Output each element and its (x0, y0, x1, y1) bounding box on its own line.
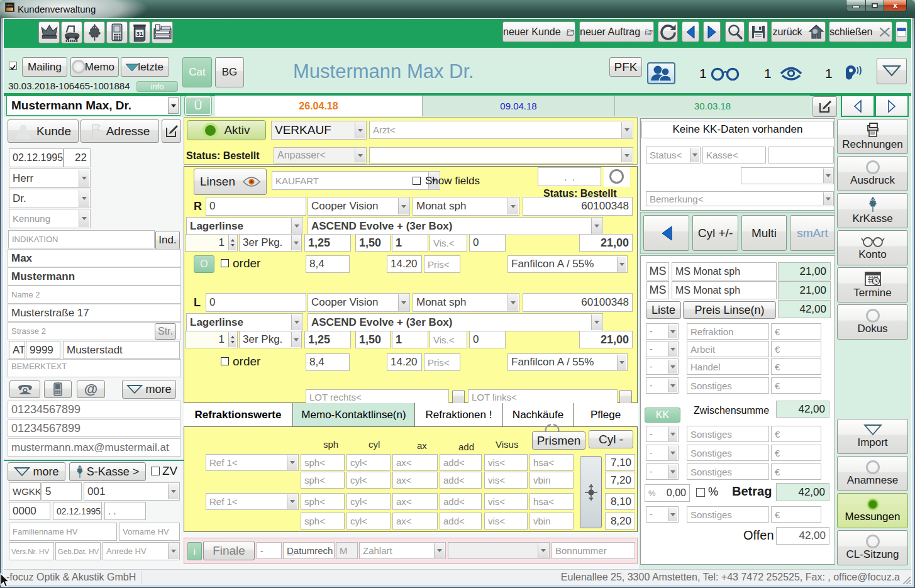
svg-text:31: 31 (136, 30, 143, 37)
